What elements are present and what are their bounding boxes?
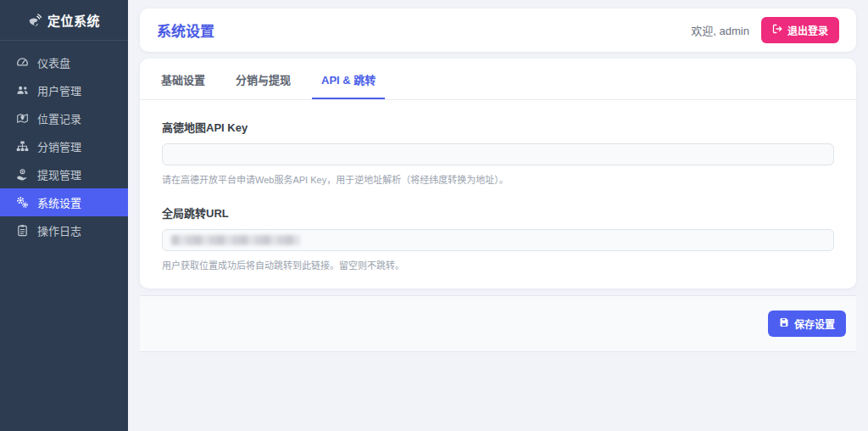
dashboard-icon	[15, 56, 29, 69]
users-icon	[15, 84, 29, 97]
sidebar-item-label: 系统设置	[37, 194, 81, 210]
withdraw-icon	[15, 168, 29, 181]
amap-api-key-label: 高德地图API Key	[162, 119, 834, 135]
main-area: 系统设置 欢迎, admin 退出登录 基础设置 分销与提现 API & 跳转	[128, 0, 868, 431]
global-redirect-url-label: 全局跳转URL	[162, 204, 834, 221]
sitemap-icon	[15, 140, 29, 153]
global-redirect-url-help: 用户获取位置成功后将自动跳转到此链接。留空则不跳转。	[162, 258, 834, 271]
sidebar-item-label: 位置记录	[37, 110, 81, 126]
sidebar-item-label: 提现管理	[37, 166, 81, 182]
sidebar-item-logs[interactable]: 操作日志	[0, 216, 128, 244]
tab-api-redirect[interactable]: API & 跳转	[312, 59, 385, 99]
sidebar-item-settings[interactable]: 系统设置	[0, 188, 128, 216]
sign-out-icon	[772, 24, 782, 36]
settings-form: 高德地图API Key 请在高德开放平台申请Web服务API Key，用于逆地址…	[140, 100, 856, 271]
sidebar-item-locations[interactable]: 位置记录	[0, 104, 128, 132]
sidebar-item-label: 用户管理	[37, 82, 81, 98]
save-icon	[779, 317, 789, 330]
amap-api-key-input[interactable]	[162, 143, 834, 165]
logout-label: 退出登录	[787, 23, 828, 37]
amap-api-key-help: 请在高德开放平台申请Web服务API Key，用于逆地址解析（将经纬度转换为地址…	[162, 172, 834, 186]
app-title: 定位系统	[47, 11, 100, 29]
header-bar: 系统设置 欢迎, admin 退出登录	[140, 8, 856, 52]
save-settings-label: 保存设置	[794, 316, 835, 331]
log-icon	[15, 224, 29, 237]
sidebar-nav: 仪表盘 用户管理 位置记录	[0, 41, 128, 244]
welcome-text: 欢迎, admin	[691, 22, 749, 38]
global-redirect-url-input[interactable]	[162, 229, 834, 251]
page-title: 系统设置	[157, 20, 214, 41]
sidebar-item-label: 操作日志	[37, 222, 81, 238]
sidebar-item-label: 仪表盘	[37, 54, 70, 70]
settings-tabs: 基础设置 分销与提现 API & 跳转	[140, 59, 856, 100]
sidebar: 定位系统 仪表盘 用户管理	[0, 0, 128, 431]
app-logo: 定位系统	[0, 0, 128, 41]
sidebar-item-withdrawals[interactable]: 提现管理	[0, 160, 128, 188]
map-marker-icon	[15, 112, 29, 125]
sidebar-item-dashboard[interactable]: 仪表盘	[0, 48, 128, 76]
sidebar-item-users[interactable]: 用户管理	[0, 76, 128, 104]
gears-icon	[15, 196, 29, 209]
logout-button[interactable]: 退出登录	[761, 17, 839, 43]
settings-card: 基础设置 分销与提现 API & 跳转 高德地图API Key 请在高德开放平台…	[140, 59, 856, 288]
save-settings-button[interactable]: 保存设置	[768, 311, 846, 337]
sidebar-item-label: 分销管理	[37, 138, 81, 154]
satellite-dish-icon	[28, 14, 42, 27]
save-bar: 保存设置	[140, 295, 856, 352]
sidebar-item-distribution[interactable]: 分销管理	[0, 132, 128, 160]
tab-basic-settings[interactable]: 基础设置	[152, 59, 214, 99]
tab-distribution-withdrawal[interactable]: 分销与提现	[226, 59, 300, 99]
